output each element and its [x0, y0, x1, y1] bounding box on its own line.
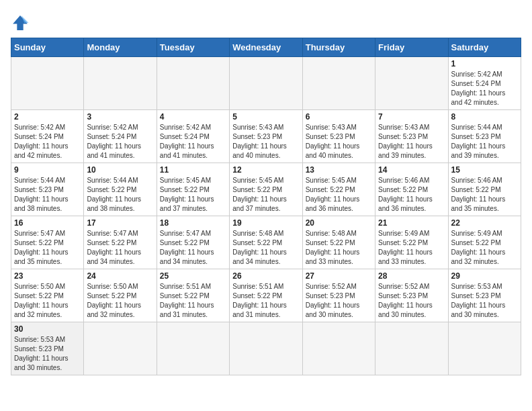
cell-content: Sunrise: 5:46 AMSunset: 5:22 PMDaylight:… — [451, 176, 518, 214]
cell-content: Sunrise: 5:42 AMSunset: 5:24 PMDaylight:… — [87, 123, 153, 161]
calendar-cell: 29Sunrise: 5:53 AMSunset: 5:23 PMDayligh… — [448, 269, 521, 322]
day-number: 29 — [451, 271, 518, 281]
day-number: 30 — [14, 324, 81, 334]
weekday-header-wednesday: Wednesday — [230, 38, 302, 57]
day-number: 8 — [451, 112, 518, 122]
day-number: 25 — [160, 271, 226, 281]
calendar-cell — [375, 57, 448, 110]
calendar-cell: 3Sunrise: 5:42 AMSunset: 5:24 PMDaylight… — [84, 110, 157, 163]
day-number: 18 — [160, 218, 226, 228]
day-number: 2 — [14, 112, 81, 122]
week-row-5: 23Sunrise: 5:50 AMSunset: 5:22 PMDayligh… — [11, 269, 521, 322]
cell-content: Sunrise: 5:45 AMSunset: 5:22 PMDaylight:… — [306, 176, 372, 214]
weekday-header-thursday: Thursday — [302, 38, 375, 57]
generalblue-logo-icon — [11, 13, 30, 32]
cell-content: Sunrise: 5:49 AMSunset: 5:22 PMDaylight:… — [378, 229, 445, 267]
week-row-2: 2Sunrise: 5:42 AMSunset: 5:24 PMDaylight… — [11, 110, 521, 163]
calendar-cell: 10Sunrise: 5:44 AMSunset: 5:22 PMDayligh… — [84, 163, 157, 216]
calendar-cell — [11, 57, 84, 110]
cell-content: Sunrise: 5:43 AMSunset: 5:23 PMDaylight:… — [378, 123, 445, 161]
cell-content: Sunrise: 5:53 AMSunset: 5:23 PMDaylight:… — [451, 282, 518, 320]
weekday-header-monday: Monday — [84, 38, 157, 57]
weekday-header-saturday: Saturday — [448, 38, 521, 57]
day-number: 24 — [87, 271, 153, 281]
cell-content: Sunrise: 5:44 AMSunset: 5:23 PMDaylight:… — [14, 176, 81, 214]
cell-content: Sunrise: 5:47 AMSunset: 5:22 PMDaylight:… — [160, 229, 226, 267]
calendar-cell — [230, 57, 302, 110]
calendar-cell: 22Sunrise: 5:49 AMSunset: 5:22 PMDayligh… — [448, 216, 521, 269]
calendar-cell: 25Sunrise: 5:51 AMSunset: 5:22 PMDayligh… — [157, 269, 229, 322]
calendar-cell: 16Sunrise: 5:47 AMSunset: 5:22 PMDayligh… — [11, 216, 84, 269]
cell-content: Sunrise: 5:42 AMSunset: 5:24 PMDaylight:… — [14, 123, 81, 161]
calendar-cell: 1Sunrise: 5:42 AMSunset: 5:24 PMDaylight… — [448, 57, 521, 110]
calendar-cell: 8Sunrise: 5:44 AMSunset: 5:23 PMDaylight… — [448, 110, 521, 163]
calendar-cell — [302, 57, 375, 110]
calendar-cell: 6Sunrise: 5:43 AMSunset: 5:23 PMDaylight… — [302, 110, 375, 163]
day-number: 9 — [14, 165, 81, 175]
calendar-cell: 18Sunrise: 5:47 AMSunset: 5:22 PMDayligh… — [157, 216, 229, 269]
calendar-cell — [157, 57, 229, 110]
cell-content: Sunrise: 5:50 AMSunset: 5:22 PMDaylight:… — [14, 282, 81, 320]
day-number: 20 — [306, 218, 372, 228]
weekday-header-friday: Friday — [375, 38, 448, 57]
calendar-cell — [375, 322, 448, 375]
day-number: 12 — [232, 165, 299, 175]
calendar-cell: 9Sunrise: 5:44 AMSunset: 5:23 PMDaylight… — [11, 163, 84, 216]
calendar-cell: 21Sunrise: 5:49 AMSunset: 5:22 PMDayligh… — [375, 216, 448, 269]
calendar-cell: 12Sunrise: 5:45 AMSunset: 5:22 PMDayligh… — [230, 163, 302, 216]
calendar-cell: 13Sunrise: 5:45 AMSunset: 5:22 PMDayligh… — [302, 163, 375, 216]
day-number: 23 — [14, 271, 81, 281]
day-number: 22 — [451, 218, 518, 228]
calendar-cell: 28Sunrise: 5:52 AMSunset: 5:23 PMDayligh… — [375, 269, 448, 322]
day-number: 11 — [160, 165, 226, 175]
weekday-header-tuesday: Tuesday — [157, 38, 229, 57]
day-number: 26 — [232, 271, 299, 281]
cell-content: Sunrise: 5:51 AMSunset: 5:22 PMDaylight:… — [160, 282, 226, 320]
calendar-cell: 26Sunrise: 5:51 AMSunset: 5:22 PMDayligh… — [230, 269, 302, 322]
calendar-cell — [230, 322, 302, 375]
calendar-cell: 24Sunrise: 5:50 AMSunset: 5:22 PMDayligh… — [84, 269, 157, 322]
calendar-cell — [157, 322, 229, 375]
calendar-cell: 4Sunrise: 5:42 AMSunset: 5:24 PMDaylight… — [157, 110, 229, 163]
calendar-cell: 27Sunrise: 5:52 AMSunset: 5:23 PMDayligh… — [302, 269, 375, 322]
day-number: 19 — [232, 218, 299, 228]
calendar-cell — [84, 322, 157, 375]
day-number: 27 — [306, 271, 372, 281]
day-number: 21 — [378, 218, 445, 228]
cell-content: Sunrise: 5:53 AMSunset: 5:23 PMDaylight:… — [14, 335, 81, 373]
calendar-cell: 23Sunrise: 5:50 AMSunset: 5:22 PMDayligh… — [11, 269, 84, 322]
calendar-cell: 17Sunrise: 5:47 AMSunset: 5:22 PMDayligh… — [84, 216, 157, 269]
day-number: 28 — [378, 271, 445, 281]
week-row-4: 16Sunrise: 5:47 AMSunset: 5:22 PMDayligh… — [11, 216, 521, 269]
cell-content: Sunrise: 5:51 AMSunset: 5:22 PMDaylight:… — [232, 282, 299, 320]
day-number: 14 — [378, 165, 445, 175]
cell-content: Sunrise: 5:44 AMSunset: 5:22 PMDaylight:… — [87, 176, 153, 214]
day-number: 6 — [306, 112, 372, 122]
week-row-3: 9Sunrise: 5:44 AMSunset: 5:23 PMDaylight… — [11, 163, 521, 216]
day-number: 1 — [451, 59, 518, 68]
day-number: 3 — [87, 112, 153, 122]
calendar-cell — [84, 57, 157, 110]
calendar-cell: 30Sunrise: 5:53 AMSunset: 5:23 PMDayligh… — [11, 322, 84, 375]
page-header — [11, 11, 521, 32]
cell-content: Sunrise: 5:46 AMSunset: 5:22 PMDaylight:… — [378, 176, 445, 214]
day-number: 7 — [378, 112, 445, 122]
day-number: 15 — [451, 165, 518, 175]
day-number: 4 — [160, 112, 226, 122]
cell-content: Sunrise: 5:44 AMSunset: 5:23 PMDaylight:… — [451, 123, 518, 161]
cell-content: Sunrise: 5:52 AMSunset: 5:23 PMDaylight:… — [306, 282, 372, 320]
cell-content: Sunrise: 5:42 AMSunset: 5:24 PMDaylight:… — [160, 123, 226, 161]
day-number: 16 — [14, 218, 81, 228]
cell-content: Sunrise: 5:48 AMSunset: 5:22 PMDaylight:… — [232, 229, 299, 267]
calendar-table: SundayMondayTuesdayWednesdayThursdayFrid… — [11, 38, 521, 375]
logo — [11, 13, 32, 32]
calendar-cell — [302, 322, 375, 375]
day-number: 5 — [232, 112, 299, 122]
calendar-cell: 20Sunrise: 5:48 AMSunset: 5:22 PMDayligh… — [302, 216, 375, 269]
day-number: 10 — [87, 165, 153, 175]
cell-content: Sunrise: 5:52 AMSunset: 5:23 PMDaylight:… — [378, 282, 445, 320]
cell-content: Sunrise: 5:48 AMSunset: 5:22 PMDaylight:… — [306, 229, 372, 267]
weekday-header-sunday: Sunday — [11, 38, 84, 57]
cell-content: Sunrise: 5:49 AMSunset: 5:22 PMDaylight:… — [451, 229, 518, 267]
cell-content: Sunrise: 5:50 AMSunset: 5:22 PMDaylight:… — [87, 282, 153, 320]
